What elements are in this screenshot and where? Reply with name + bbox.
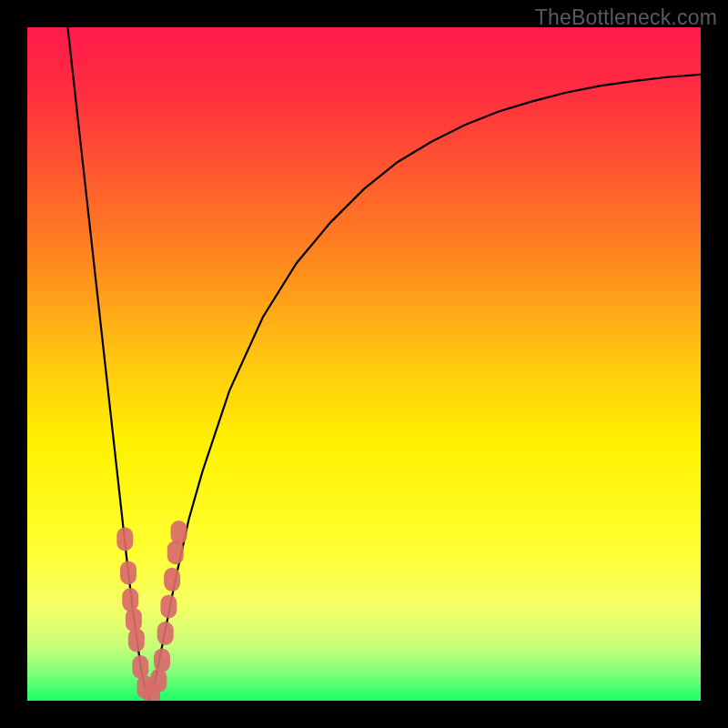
marker-point [157,622,174,645]
marker-point [120,561,136,584]
marker-point [160,594,177,618]
marker-point [171,521,187,544]
marker-point [116,527,133,551]
watermark-text: TheBottleneck.com [535,5,717,30]
bottleneck-chart [27,27,701,701]
chart-frame: TheBottleneck.com [0,0,728,728]
marker-point [154,649,170,672]
marker-point [122,588,138,612]
marker-point [128,628,145,652]
marker-point [132,655,148,679]
marker-point [167,541,184,564]
marker-point [150,669,167,693]
marker-point [126,608,142,632]
marker-point [164,568,180,592]
plot-area [27,27,701,701]
